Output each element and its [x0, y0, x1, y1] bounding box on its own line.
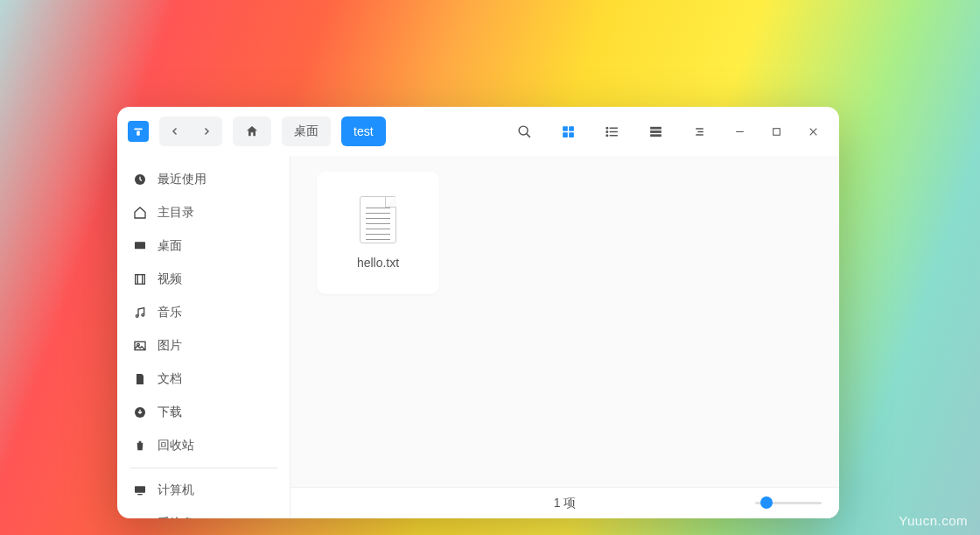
doc-icon	[133, 372, 147, 386]
file-name-label: hello.txt	[357, 256, 399, 270]
content-area: hello.txt 1 项	[290, 156, 839, 518]
svg-rect-6	[563, 132, 568, 137]
file-item[interactable]: hello.txt	[317, 172, 439, 294]
sidebar-item-label: 图片	[158, 338, 182, 354]
svg-point-2	[519, 126, 528, 135]
maximize-button[interactable]	[760, 116, 792, 146]
sidebar-item-label: 最近使用	[158, 172, 206, 187]
sidebar-item-documents[interactable]: 文档	[117, 363, 290, 396]
breadcrumb-home[interactable]	[233, 116, 271, 146]
sidebar-item-sysdisk[interactable]: 系统盘	[117, 507, 290, 518]
minimize-button[interactable]	[724, 116, 755, 146]
sidebar-item-recent[interactable]: 最近使用	[117, 163, 290, 196]
svg-point-30	[142, 313, 144, 316]
slider-thumb[interactable]	[760, 496, 773, 509]
svg-rect-0	[134, 129, 142, 130]
svg-point-13	[606, 134, 607, 136]
zoom-slider[interactable]	[755, 496, 822, 509]
svg-line-3	[526, 133, 529, 137]
sidebar-item-label: 下载	[158, 405, 182, 420]
computer-icon	[133, 483, 147, 497]
desktop-icon	[133, 239, 147, 253]
sidebar-separator	[130, 468, 277, 468]
search-button[interactable]	[505, 116, 543, 146]
svg-rect-1	[136, 130, 140, 135]
sidebar-item-computer[interactable]: 计算机	[117, 474, 290, 507]
nav-back-forward	[159, 116, 222, 146]
svg-rect-35	[137, 494, 142, 495]
watermark: Yuucn.com	[899, 513, 968, 528]
sidebar-item-label: 视频	[158, 271, 182, 287]
sidebar-item-home[interactable]: 主目录	[117, 196, 290, 229]
trash-icon	[133, 439, 147, 453]
disk-icon	[133, 517, 147, 518]
sidebar-item-label: 主目录	[158, 205, 194, 221]
view-list-button[interactable]	[592, 116, 631, 146]
sidebar: 最近使用 主目录 桌面 视频 音乐 图片 文档 下载 回收站 计算机 系统盘	[117, 156, 290, 518]
view-detail-button[interactable]	[636, 116, 675, 146]
svg-rect-25	[135, 242, 145, 249]
breadcrumb-desktop[interactable]: 桌面	[282, 116, 331, 146]
sidebar-item-label: 桌面	[158, 238, 182, 254]
sidebar-item-trash[interactable]: 回收站	[117, 429, 290, 462]
app-icon	[128, 121, 149, 142]
svg-rect-4	[563, 126, 568, 131]
toolbar: 桌面 test	[117, 107, 839, 156]
film-icon	[133, 272, 147, 286]
sidebar-item-label: 系统盘	[158, 516, 194, 518]
svg-rect-34	[135, 486, 145, 492]
menu-button[interactable]	[680, 116, 718, 146]
svg-rect-14	[650, 126, 662, 129]
svg-rect-15	[650, 130, 662, 133]
forward-button[interactable]	[191, 116, 222, 146]
svg-rect-5	[569, 126, 574, 131]
breadcrumb-current[interactable]: test	[341, 116, 386, 146]
svg-point-29	[136, 315, 138, 318]
sidebar-item-downloads[interactable]: 下载	[117, 396, 290, 429]
files-grid: hello.txt	[290, 156, 839, 310]
svg-rect-7	[569, 132, 574, 137]
text-file-icon	[360, 196, 396, 243]
home-icon	[133, 206, 147, 220]
sidebar-item-videos[interactable]: 视频	[117, 263, 290, 296]
svg-rect-16	[650, 134, 662, 137]
clock-icon	[133, 172, 147, 187]
sidebar-item-desktop[interactable]: 桌面	[117, 229, 290, 263]
file-manager-window: 桌面 test 最近使用 主目录 桌面	[117, 107, 839, 518]
svg-point-11	[606, 127, 607, 129]
image-icon	[133, 339, 147, 353]
sidebar-item-pictures[interactable]: 图片	[117, 329, 290, 363]
svg-point-12	[606, 130, 607, 132]
view-grid-button[interactable]	[549, 116, 587, 146]
sidebar-item-label: 计算机	[158, 482, 194, 498]
sidebar-item-label: 回收站	[158, 438, 194, 454]
svg-rect-26	[136, 275, 145, 285]
sidebar-item-label: 文档	[158, 371, 182, 387]
back-button[interactable]	[159, 116, 191, 146]
sidebar-item-label: 音乐	[158, 305, 182, 320]
svg-rect-21	[773, 128, 780, 135]
music-icon	[133, 306, 147, 320]
sidebar-item-music[interactable]: 音乐	[117, 296, 290, 329]
close-button[interactable]	[797, 116, 829, 146]
item-count: 1 项	[554, 496, 577, 511]
download-icon	[133, 405, 147, 419]
